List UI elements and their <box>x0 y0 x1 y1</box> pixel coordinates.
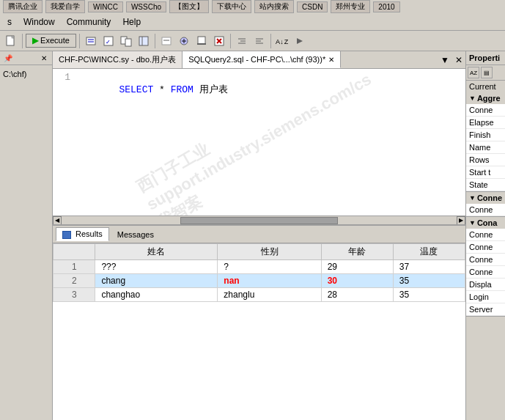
col-header-gender[interactable]: 性别 <box>218 244 321 260</box>
tab-sql-query[interactable]: SQLQuery2.sql - CHF-PC\...\chf (93))* ✕ <box>183 51 341 68</box>
table-row[interactable]: 3 changhao zhanglu 28 35 <box>54 288 465 302</box>
browser-tab-4[interactable]: 【图文】 <box>169 0 209 13</box>
messages-tab-label: Messages <box>117 230 154 239</box>
tab-sql-label: SQLQuery2.sql - CHF-PC\...\chf (93))* <box>188 55 325 64</box>
editor-scrollbar[interactable]: ◀ ▶ <box>53 215 465 224</box>
svg-rect-11 <box>162 37 171 45</box>
results-area: Results Messages 姓名 性别 年龄 温度 <box>53 224 465 342</box>
right-panel-toolbar: AZ ▤ <box>466 65 505 81</box>
sql-editor[interactable]: 1 SELECT * FROM SELECT * FROM 用户表用户表 西门子… <box>53 69 465 215</box>
prop-row-cona-2: Conne <box>466 254 505 266</box>
toolbar-outdent-btn[interactable] <box>251 33 268 49</box>
browser-tab-3[interactable]: WSSCho <box>126 1 166 12</box>
prop-section-cona-header[interactable]: ▼ Cona <box>466 217 505 229</box>
execute-button[interactable]: ▶ Execute <box>26 34 76 48</box>
toolbar-btn-6[interactable] <box>176 33 192 49</box>
svg-marker-30 <box>297 38 303 44</box>
right-panel-title: Properti <box>466 51 505 65</box>
prop-section-conne: ▼ Conne Conne <box>466 192 505 217</box>
collapse-icon: ▼ <box>469 95 476 102</box>
results-icon <box>62 231 71 239</box>
toolbar-sep-3 <box>155 34 155 48</box>
left-panel: 📌 ✕ C:\chf) <box>0 51 53 420</box>
menu-help[interactable]: Help <box>117 15 147 29</box>
row-1-temp: 37 <box>393 260 465 274</box>
section-conne-label: Conne <box>477 194 502 202</box>
table-row[interactable]: 2 chang nan 30 35 <box>54 274 465 288</box>
tree-item-path[interactable]: C:\chf) <box>3 68 49 80</box>
toolbar-sep-2 <box>79 34 80 48</box>
row-2-gender: nan <box>218 274 321 288</box>
line-numbers: 1 <box>59 72 73 213</box>
prop-section-cona: ▼ Cona Conne Conne Conne Conne Displa Lo… <box>466 217 505 317</box>
prop-row-cona-6: Server <box>466 303 505 316</box>
menu-window[interactable]: Window <box>18 15 61 29</box>
prop-section-aggre-header[interactable]: ▼ Aggre <box>466 92 505 104</box>
row-2-num: 2 <box>54 274 95 288</box>
browser-tab-8[interactable]: 郑州专业 <box>331 0 370 13</box>
menu-community[interactable]: Community <box>61 15 117 29</box>
left-panel-header: 📌 ✕ <box>0 51 52 65</box>
close-left-panel-button[interactable]: ✕ <box>39 53 49 63</box>
prop-row-rows: Rows <box>466 154 505 166</box>
col-header-age[interactable]: 年龄 <box>321 244 393 260</box>
prop-row-start: Start t <box>466 166 505 179</box>
tab-close-button[interactable]: ✕ <box>328 56 334 64</box>
toolbar-btn-1[interactable] <box>83 33 99 49</box>
row-2-name: chang <box>95 274 218 288</box>
current-label: Current <box>466 81 505 92</box>
scroll-thumb[interactable] <box>180 217 339 224</box>
browser-tab-6[interactable]: 站内搜索 <box>254 0 294 13</box>
scroll-track[interactable] <box>62 217 457 224</box>
results-grid[interactable]: 姓名 性别 年龄 温度 1 ??? ? 29 37 <box>53 243 465 342</box>
toolbar-btn-5[interactable] <box>158 33 174 49</box>
prop-row-cona-3: Conne <box>466 266 505 279</box>
prop-row-state: State <box>466 179 505 191</box>
menu-s[interactable]: s <box>1 15 18 29</box>
toolbar-btn-2[interactable]: ✓ <box>100 33 117 49</box>
prop-row-elapse: Elapse <box>466 117 505 129</box>
scroll-left-button[interactable]: ◀ <box>53 216 62 225</box>
scroll-right-button[interactable]: ▶ <box>457 216 465 225</box>
browser-tab-2[interactable]: WINCC <box>88 1 123 12</box>
col-header-name[interactable]: 姓名 <box>95 244 218 260</box>
tab-scroll-arrow[interactable]: ▼ <box>438 55 452 65</box>
toolbar-indent-btn[interactable] <box>234 33 250 49</box>
prop-section-aggre: ▼ Aggre Conne Elapse Finish Name Rows St… <box>466 92 505 192</box>
row-1-age: 29 <box>321 260 393 274</box>
toolbar-btn-7[interactable] <box>193 33 210 49</box>
toolbar-btn-4[interactable] <box>136 33 152 49</box>
toolbar-btn-3[interactable] <box>118 33 134 49</box>
table-row[interactable]: 1 ??? ? 29 37 <box>54 260 465 274</box>
results-tab-messages[interactable]: Messages <box>111 228 161 241</box>
browser-tab-0[interactable]: 腾讯企业 <box>3 0 43 13</box>
prop-section-conne-header[interactable]: ▼ Conne <box>466 192 505 204</box>
browser-tab-7[interactable]: CSDN <box>297 1 328 12</box>
browser-tab-5[interactable]: 下载中心 <box>212 0 251 13</box>
svg-text:↓: ↓ <box>280 37 284 45</box>
row-2-age: 30 <box>321 274 393 288</box>
toolbar-btn-8[interactable] <box>211 33 227 49</box>
toolbar-new-btn[interactable] <box>3 33 19 49</box>
browser-tab-9[interactable]: 2010 <box>373 1 399 12</box>
toolbar-az-btn[interactable]: A↓Z <box>274 33 290 49</box>
col-header-temp[interactable]: 温度 <box>393 244 465 260</box>
prop-row-conne2: Conne <box>466 204 505 216</box>
collapse-icon-2: ▼ <box>469 194 476 202</box>
svg-rect-8 <box>125 39 131 46</box>
props-sort-alpha-button[interactable]: AZ <box>468 67 479 78</box>
browser-tab-1[interactable]: 我爱自学 <box>45 0 85 13</box>
svg-text:✓: ✓ <box>106 39 111 45</box>
col-header-num <box>54 244 95 260</box>
results-tab-results[interactable]: Results <box>56 227 109 241</box>
tab-dbo-table[interactable]: CHF-PC\WINCC.sy - dbo.用户表 <box>53 51 183 68</box>
tab-bar: CHF-PC\WINCC.sy - dbo.用户表 SQLQuery2.sql … <box>53 51 465 69</box>
section-cona-label: Cona <box>477 218 498 227</box>
props-sort-category-button[interactable]: ▤ <box>481 67 493 78</box>
toolbar-expand-btn[interactable] <box>292 33 308 49</box>
tab-close-all-button[interactable]: ✕ <box>452 55 465 65</box>
pin-button[interactable]: 📌 <box>3 53 13 63</box>
results-table: 姓名 性别 年龄 温度 1 ??? ? 29 37 <box>53 243 465 302</box>
svg-rect-16 <box>198 37 205 44</box>
sql-content[interactable]: SELECT * FROM SELECT * FROM 用户表用户表 <box>73 72 460 213</box>
